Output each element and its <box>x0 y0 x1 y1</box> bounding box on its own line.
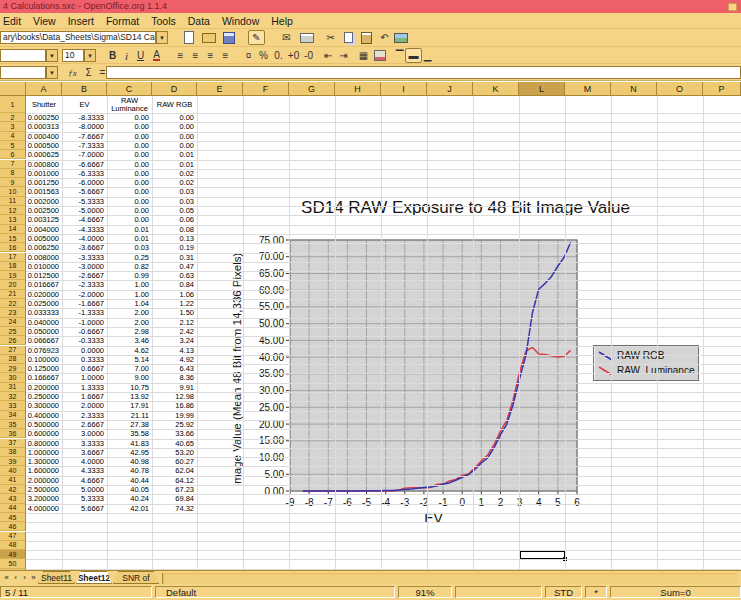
cell[interactable]: 0.400000 <box>26 411 62 420</box>
cell[interactable]: 2.98 <box>107 327 152 336</box>
gallery-icon[interactable] <box>392 30 409 45</box>
cell[interactable]: 0.05 <box>152 206 197 215</box>
row-header-14[interactable]: 14 <box>0 225 26 234</box>
cell[interactable]: -8.0000 <box>62 122 107 131</box>
cell[interactable]: 0.100000 <box>26 355 62 364</box>
cell[interactable]: 0.00 <box>152 113 197 122</box>
delete-decimal-icon[interactable]: -0 <box>300 48 317 63</box>
cell[interactable]: 1.6667 <box>62 392 107 401</box>
cell[interactable]: -8.3333 <box>62 113 107 122</box>
cell[interactable]: 5.0000 <box>62 485 107 494</box>
formula-input[interactable] <box>106 66 741 79</box>
previous-sheet-icon[interactable]: ‹ <box>11 572 20 584</box>
cell[interactable]: 41.83 <box>107 439 152 448</box>
cell[interactable]: -7.3333 <box>62 141 107 150</box>
cell[interactable]: 0.001000 <box>26 169 62 178</box>
cell[interactable]: 42.95 <box>107 448 152 457</box>
next-sheet-icon[interactable]: › <box>20 572 29 584</box>
menu-tools[interactable]: Tools <box>145 15 182 28</box>
cell[interactable]: 4.0000 <box>62 457 107 466</box>
cell[interactable]: 0.08 <box>152 225 197 234</box>
cell[interactable]: 0.00 <box>107 122 152 131</box>
column-header-L[interactable]: L <box>519 82 565 96</box>
horizontal-scrollbar[interactable] <box>162 573 737 584</box>
borders-icon[interactable]: ▦ <box>355 48 372 63</box>
menu-data[interactable]: Data <box>182 15 216 28</box>
column-header-O[interactable]: O <box>657 82 703 96</box>
cell[interactable]: -5.0000 <box>62 206 107 215</box>
cell[interactable]: 2.42 <box>152 327 197 336</box>
row-header-18[interactable]: 18 <box>0 262 26 271</box>
cell[interactable]: 0.003125 <box>26 215 62 224</box>
cell[interactable]: 2.6667 <box>62 420 107 429</box>
cell[interactable]: 3.200000 <box>26 494 62 503</box>
cell[interactable]: -1.3333 <box>62 308 107 317</box>
row-header-33[interactable]: 33 <box>0 401 26 410</box>
cell[interactable]: 5.3333 <box>62 494 107 503</box>
cell[interactable]: 0.47 <box>152 262 197 271</box>
cell[interactable]: 0.00 <box>152 141 197 150</box>
row-header-4[interactable]: 4 <box>0 132 26 141</box>
cell[interactable]: 0.00 <box>107 178 152 187</box>
cell[interactable]: 0.0000 <box>62 346 107 355</box>
cell[interactable]: 0.13 <box>152 234 197 243</box>
cell[interactable]: 0.200000 <box>26 383 62 392</box>
cell[interactable]: 0.300000 <box>26 401 62 410</box>
cell[interactable]: 0.008000 <box>26 253 62 262</box>
cell[interactable]: 0.01 <box>152 150 197 159</box>
row-header-37[interactable]: 37 <box>0 439 26 448</box>
cell[interactable]: 0.01 <box>152 160 197 169</box>
cell[interactable]: 12.98 <box>152 392 197 401</box>
cell[interactable]: 9.00 <box>107 373 152 382</box>
cell[interactable]: 0.002000 <box>26 197 62 206</box>
column-header-H[interactable]: H <box>335 82 381 96</box>
sum-indicator[interactable]: Sum=0 <box>610 586 741 598</box>
cell[interactable]: 0.004000 <box>26 225 62 234</box>
cell[interactable]: 0.020000 <box>26 290 62 299</box>
name-box-dropdown-icon[interactable]: ▼ <box>46 66 58 79</box>
cell[interactable]: -0.3333 <box>62 336 107 345</box>
font-size-dropdown-icon[interactable]: ▼ <box>84 49 96 62</box>
url-dropdown-icon[interactable]: ▼ <box>156 31 168 44</box>
cell[interactable]: -3.0000 <box>62 262 107 271</box>
row-header-21[interactable]: 21 <box>0 290 26 299</box>
cell[interactable]: -6.6667 <box>62 160 107 169</box>
align-bottom-icon[interactable]: ▁ <box>419 48 436 63</box>
cell[interactable]: 25.92 <box>152 420 197 429</box>
cell[interactable]: 1.600000 <box>26 466 62 475</box>
row-header-20[interactable]: 20 <box>0 280 26 289</box>
row-header-44[interactable]: 44 <box>0 504 26 513</box>
cell[interactable]: 0.125000 <box>26 364 62 373</box>
cell[interactable]: 8.36 <box>152 373 197 382</box>
background-color-icon[interactable] <box>371 48 388 63</box>
cell[interactable]: 0.01 <box>107 225 152 234</box>
cell[interactable]: 4.3333 <box>62 466 107 475</box>
cell[interactable]: 0.001563 <box>26 187 62 196</box>
row-header-7[interactable]: 7 <box>0 160 26 169</box>
cell[interactable]: 0.500000 <box>26 420 62 429</box>
cell[interactable]: -6.0000 <box>62 178 107 187</box>
cell[interactable]: 3.24 <box>152 336 197 345</box>
font-size-input[interactable]: 10 <box>62 49 84 62</box>
cell[interactable]: 0.00 <box>107 160 152 169</box>
cell[interactable]: 0.00 <box>107 187 152 196</box>
cell[interactable]: 1.04 <box>107 299 152 308</box>
cell[interactable]: 0.03 <box>152 187 197 196</box>
column-header-M[interactable]: M <box>565 82 611 96</box>
cell[interactable]: -6.3333 <box>62 169 107 178</box>
cell[interactable]: 0.010000 <box>26 262 62 271</box>
cell[interactable]: 0.63 <box>152 271 197 280</box>
cell[interactable]: 3.46 <box>107 336 152 345</box>
cell[interactable]: 64.12 <box>152 476 197 485</box>
send-mail-icon[interactable]: ✉ <box>278 30 295 45</box>
cut-icon[interactable]: ✂ <box>322 30 339 45</box>
copy-icon[interactable] <box>340 30 357 45</box>
select-all-corner[interactable] <box>0 82 26 96</box>
row-header-36[interactable]: 36 <box>0 429 26 438</box>
cell[interactable]: -5.3333 <box>62 197 107 206</box>
column-header-G[interactable]: G <box>289 82 335 96</box>
paste-icon[interactable] <box>358 30 375 45</box>
zoom-indicator[interactable]: 91% <box>398 586 452 598</box>
cell[interactable]: 0.3333 <box>62 355 107 364</box>
new-document-icon[interactable] <box>180 30 197 45</box>
